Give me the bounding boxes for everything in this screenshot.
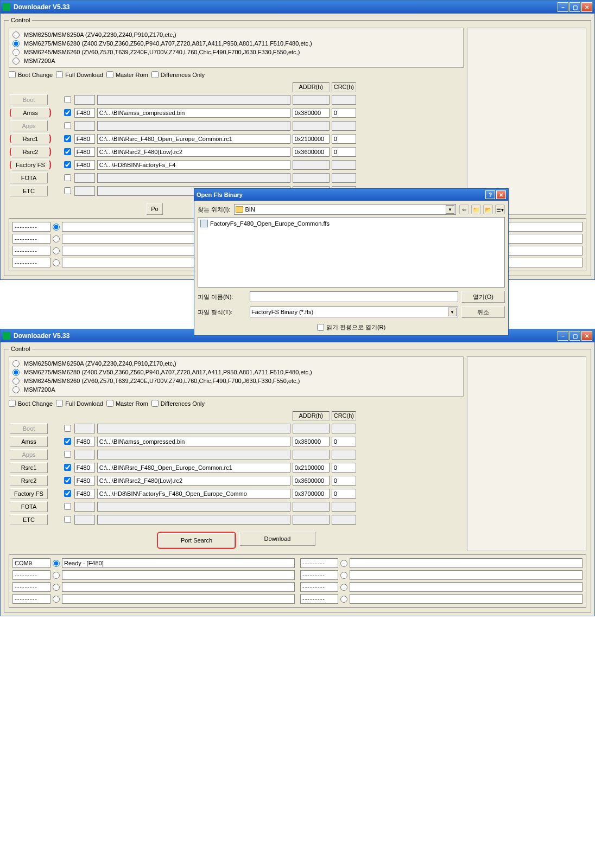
- chip-radio-0[interactable]: [12, 360, 20, 367]
- chip-radio-2[interactable]: [12, 378, 20, 385]
- etc-code[interactable]: [74, 186, 95, 196]
- amss-button[interactable]: Amss: [10, 436, 48, 447]
- port-radio-4[interactable]: [53, 247, 60, 254]
- download-button[interactable]: Download: [239, 532, 315, 546]
- amss-path[interactable]: [97, 437, 290, 446]
- port-txt-3[interactable]: [300, 570, 338, 580]
- rsrc2-path[interactable]: [97, 147, 290, 157]
- etc-path[interactable]: [97, 515, 290, 525]
- etc-addr[interactable]: [293, 515, 330, 525]
- cancel-button[interactable]: 취소: [461, 306, 505, 318]
- rsrc1-path[interactable]: [97, 463, 290, 473]
- combo-arrow-icon[interactable]: ▼: [446, 205, 454, 214]
- port-search-button[interactable]: Port Search: [159, 533, 235, 547]
- fota-button[interactable]: FOTA: [10, 173, 48, 183]
- amss-crc[interactable]: [332, 437, 356, 446]
- apps-button[interactable]: Apps: [10, 120, 48, 131]
- chip-radio-2[interactable]: [12, 49, 20, 56]
- apps-code[interactable]: [74, 121, 95, 131]
- amss-addr[interactable]: [293, 108, 330, 118]
- port-txt-2[interactable]: [12, 570, 50, 580]
- chip-radio-1[interactable]: [12, 40, 20, 47]
- chip-radio-3[interactable]: [12, 58, 20, 65]
- port-txt-6[interactable]: [12, 594, 50, 604]
- amss-code[interactable]: [74, 108, 95, 118]
- file-item[interactable]: FactoryFs_F480_Open_Europe_Common.ffs: [200, 220, 502, 227]
- port-radio-2[interactable]: [53, 572, 60, 579]
- up-folder-icon[interactable]: 📁: [471, 205, 481, 214]
- port-txt-2[interactable]: [12, 234, 50, 244]
- maximize-button[interactable]: ▢: [569, 2, 580, 12]
- boot-check[interactable]: [64, 425, 71, 432]
- port-radio-6[interactable]: [53, 259, 60, 266]
- boot-code[interactable]: [74, 424, 95, 433]
- boot-code[interactable]: [74, 95, 95, 105]
- apps-path[interactable]: [97, 450, 290, 459]
- fota-check[interactable]: [64, 503, 71, 510]
- etc-check[interactable]: [64, 516, 71, 523]
- factoryfs-check[interactable]: [64, 490, 71, 497]
- amss-button[interactable]: Amss: [11, 107, 49, 118]
- fota-addr[interactable]: [293, 502, 330, 512]
- apps-check[interactable]: [64, 451, 71, 458]
- boot-crc[interactable]: [332, 95, 356, 105]
- etc-crc[interactable]: [332, 515, 356, 525]
- port-txt-0[interactable]: [12, 558, 50, 568]
- fota-addr[interactable]: [293, 173, 330, 183]
- port-status-1[interactable]: [350, 558, 583, 568]
- rsrc1-crc[interactable]: [332, 463, 356, 473]
- fname-input[interactable]: [250, 291, 458, 302]
- rsrc2-path[interactable]: [97, 476, 290, 486]
- chip-radio-0[interactable]: [12, 31, 20, 39]
- factoryfs-check[interactable]: [64, 161, 71, 168]
- boot-button[interactable]: Boot: [10, 94, 48, 105]
- port-radio-7[interactable]: [340, 596, 347, 603]
- fota-code[interactable]: [74, 502, 95, 512]
- master-rom-check[interactable]: [106, 400, 113, 407]
- new-folder-icon[interactable]: 📂: [483, 205, 493, 214]
- apps-check[interactable]: [64, 122, 71, 129]
- rsrc2-addr[interactable]: [293, 476, 330, 486]
- file-dialog-titlebar[interactable]: Open Ffs Binary ? ✕: [194, 189, 508, 201]
- readonly-check[interactable]: [317, 324, 324, 331]
- rsrc2-crc[interactable]: [332, 147, 356, 157]
- port-radio-4[interactable]: [53, 584, 60, 591]
- apps-button[interactable]: Apps: [10, 449, 48, 460]
- amss-code[interactable]: [74, 437, 95, 446]
- boot-button[interactable]: Boot: [10, 423, 48, 434]
- lookin-combo[interactable]: BIN ▼: [234, 204, 457, 215]
- file-list[interactable]: FactoryFs_F480_Open_Europe_Common.ffs: [198, 217, 505, 288]
- port-radio-1[interactable]: [340, 560, 347, 567]
- rsrc2-addr[interactable]: [293, 147, 330, 157]
- apps-crc[interactable]: [332, 121, 356, 131]
- rsrc1-button[interactable]: Rsrc1: [11, 133, 49, 144]
- port-txt-4[interactable]: [12, 582, 50, 592]
- rsrc1-code[interactable]: [74, 134, 95, 144]
- port-txt-5[interactable]: [300, 582, 338, 592]
- port-status-6[interactable]: [62, 594, 295, 604]
- port-radio-6[interactable]: [53, 596, 60, 603]
- rsrc1-addr[interactable]: [293, 463, 330, 473]
- amss-check[interactable]: [64, 109, 71, 116]
- chip-radio-1[interactable]: [12, 369, 20, 376]
- port-txt-0[interactable]: [12, 222, 50, 232]
- port-status-2[interactable]: [62, 570, 295, 580]
- factoryfs-path[interactable]: [97, 489, 290, 499]
- port-status-5[interactable]: [350, 582, 583, 592]
- boot-check[interactable]: [64, 96, 71, 103]
- view-menu-icon[interactable]: ☰▾: [495, 205, 505, 214]
- minimize-button[interactable]: –: [558, 2, 568, 12]
- fota-crc[interactable]: [332, 173, 356, 183]
- apps-code[interactable]: [74, 450, 95, 459]
- port-status-3[interactable]: [350, 570, 583, 580]
- fota-check[interactable]: [64, 174, 71, 181]
- etc-button[interactable]: ETC: [10, 186, 48, 196]
- port-txt-6[interactable]: [12, 258, 50, 267]
- apps-crc[interactable]: [332, 450, 356, 459]
- amss-path[interactable]: [97, 108, 290, 118]
- port-txt-4[interactable]: [12, 246, 50, 256]
- boot-path[interactable]: [97, 95, 290, 105]
- rsrc2-button[interactable]: Rsrc2: [10, 475, 48, 486]
- minimize-button[interactable]: –: [558, 331, 568, 341]
- rsrc2-check[interactable]: [64, 148, 71, 155]
